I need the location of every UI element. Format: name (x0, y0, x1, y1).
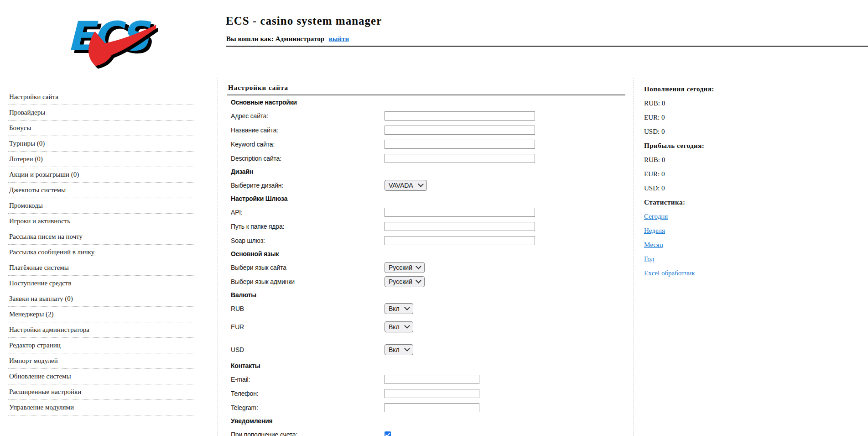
stats-link[interactable]: Excel обработчик (644, 269, 695, 277)
admin-language-select[interactable]: Русский (385, 276, 425, 287)
form-row: Description сайта: (218, 151, 634, 165)
sidebar-item[interactable]: Редактор страниц (8, 338, 195, 353)
phone-input[interactable] (385, 389, 479, 398)
form-section-header: Основной язык (218, 247, 634, 260)
header-divider (226, 46, 868, 47)
telegram-input[interactable] (385, 403, 479, 412)
stats-link[interactable]: Месяц (644, 241, 663, 249)
stats-link[interactable]: Сегодня (644, 213, 668, 221)
sidebar-item[interactable]: Игроки и активность (8, 214, 195, 229)
eur-select[interactable]: Вкл (385, 321, 413, 332)
form-row: USDВкл (218, 342, 634, 357)
field-label: Адрес сайта: (231, 112, 385, 120)
rightbar-value: EUR: 0 (644, 167, 858, 181)
chevron-down-icon (404, 305, 410, 310)
settings-panel: Настройки сайта Основные настройкиАдрес … (218, 78, 634, 436)
form-row: Адрес сайта: (218, 109, 634, 123)
stats-link[interactable]: Неделя (644, 227, 665, 235)
deposit-notify-checkbox[interactable] (385, 431, 391, 436)
sidebar-item[interactable]: Лотереи (0) (8, 152, 195, 167)
stats-link-row: Сегодня (644, 210, 858, 224)
site-name-input[interactable] (385, 126, 535, 135)
check-icon (385, 431, 390, 436)
form-row: E-mail: (218, 372, 634, 386)
form-row: Путь к папке ядра: (218, 219, 634, 233)
chevron-down-icon (404, 346, 410, 352)
sidebar-item[interactable]: Поступление средств (8, 276, 195, 291)
chevron-down-icon (416, 263, 421, 269)
chevron-down-icon (416, 278, 421, 284)
field-label: Soap шлюз: (231, 237, 385, 244)
sidebar-item[interactable]: Бонусы (8, 121, 195, 136)
sidebar-item[interactable]: Акции и розыгрыши (0) (8, 167, 195, 183)
sidebar-item[interactable]: Настройки сайта (8, 89, 195, 105)
soap-gateway-input[interactable] (385, 236, 535, 245)
sidebar-item[interactable]: Обновление системы (8, 369, 195, 384)
rub-select[interactable]: Вкл (385, 303, 413, 314)
form-row: Выбери язык админкиРусский (218, 274, 634, 289)
sidebar-item[interactable]: Настройки администратора (8, 322, 195, 338)
page-title: Настройки сайта (228, 84, 634, 92)
select-value: Русский (389, 278, 412, 285)
field-label: API: (231, 209, 385, 216)
sidebar-item[interactable]: Платёжные системы (8, 260, 195, 276)
site-language-select[interactable]: Русский (385, 262, 425, 273)
form-section-header: Контакты (218, 359, 634, 372)
logout-link[interactable]: выйти (329, 35, 349, 42)
email-input[interactable] (385, 375, 479, 384)
design-select[interactable]: VAVADA (385, 180, 427, 191)
select-value: VAVADA (389, 182, 413, 189)
sidebar-item[interactable]: Менеджеры (2) (8, 307, 195, 322)
form-row: Выберите дизайн:VAVADA (218, 178, 634, 192)
form-row: Телефон: (218, 386, 634, 400)
sidebar-item[interactable]: Провайдеры (8, 105, 195, 121)
site-description-input[interactable] (385, 154, 535, 163)
stats-link-row: Excel обработчик (644, 266, 858, 280)
form-row: API: (218, 205, 634, 219)
sidebar-item[interactable]: Управление модулями (8, 400, 195, 415)
site-address-input[interactable] (385, 111, 535, 121)
field-label: USD (231, 346, 385, 353)
form-section-header: Валюты (218, 289, 634, 301)
ecs-logo: ECS ECS (63, 7, 159, 69)
sidebar-item[interactable]: Расширенные настройки (8, 384, 195, 400)
sidebar-item[interactable]: Промокоды (8, 198, 195, 214)
sidebar-item[interactable]: Импорт модулей (8, 353, 195, 369)
sidebar-item[interactable]: Рассылка сообщений в личку (8, 245, 195, 260)
field-label: При пополнение счета: (231, 431, 385, 436)
core-path-input[interactable] (385, 222, 535, 231)
sidebar-item[interactable]: Заявки на выплату (0) (8, 291, 195, 307)
field-label: Выберите дизайн: (231, 182, 385, 189)
select-value: Вкл (389, 323, 400, 331)
field-label: Название сайта: (231, 126, 385, 134)
rightbar-value: USD: 0 (644, 125, 858, 139)
field-label: EUR (231, 323, 385, 331)
statistics-panel: Пополнения сегодня:RUB: 0EUR: 0USD: 0При… (644, 82, 858, 280)
form-row: EURВкл (218, 320, 634, 334)
rightbar-value: USD: 0 (644, 181, 858, 195)
rightbar-value: EUR: 0 (644, 110, 858, 125)
field-label: Телефон: (231, 390, 385, 397)
select-value: Вкл (389, 305, 400, 312)
stats-link-row: Год (644, 252, 858, 266)
page-header-title: ECS - casino system manager (226, 15, 382, 27)
sidebar-menu: Настройки сайтаПровайдерыБонусыТурниры (… (8, 89, 195, 415)
field-label: RUB (231, 305, 385, 312)
stats-link[interactable]: Год (644, 255, 654, 263)
form-row: Soap шлюз: (218, 233, 634, 247)
api-input[interactable] (385, 208, 535, 217)
rightbar-header: Статистика: (644, 195, 858, 210)
sidebar-item[interactable]: Рассылка писем на почту (8, 229, 195, 245)
sidebar-item[interactable]: Джекпоты системы (8, 183, 195, 198)
sidebar-item[interactable]: Турниры (0) (8, 136, 195, 152)
title-divider (227, 95, 625, 95)
usd-select[interactable]: Вкл (385, 344, 413, 355)
rightbar-value: RUB: 0 (644, 153, 858, 167)
site-keyword-input[interactable] (385, 140, 535, 149)
chevron-down-icon (418, 181, 424, 187)
rightbar-header: Пополнения сегодня: (644, 82, 858, 96)
form-row: Keyword сайта: (218, 137, 634, 151)
field-label: Keyword сайта: (231, 141, 385, 148)
select-value: Русский (389, 264, 412, 271)
rightbar-header: Прибыль сегодня: (644, 139, 858, 153)
